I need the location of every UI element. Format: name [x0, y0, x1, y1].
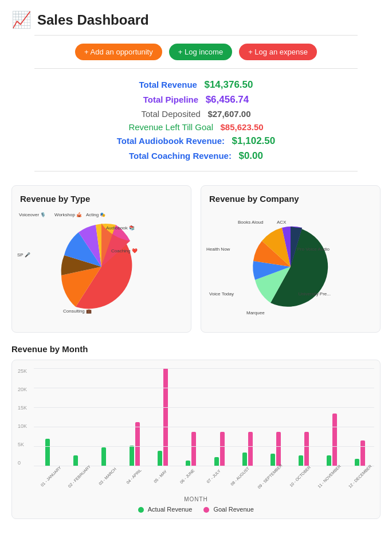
type-pie-svg — [44, 212, 159, 321]
actual-bar-4 — [130, 446, 134, 466]
goal-bar-7 — [220, 432, 225, 466]
bar-group-10 — [290, 368, 318, 466]
total-revenue-value: $14,376.50 — [204, 79, 253, 90]
month-label-7: 07 - JULY — [203, 466, 225, 487]
y-label-0: 0 — [18, 460, 27, 466]
actual-bar-9 — [271, 454, 275, 466]
y-label-15k: 15K — [18, 405, 27, 411]
bar-chart-legend: Actual Revenue Goal Revenue — [18, 506, 374, 513]
company-label-voicetoday: Voice Today — [209, 291, 234, 297]
grid-line-2 — [34, 388, 374, 388]
bar-chart-bars — [36, 368, 374, 466]
actual-bar-1 — [45, 439, 50, 466]
log-income-button[interactable]: + Log income — [169, 44, 232, 60]
revenue-by-company-card: Revenue by Company Books Aloud A — [201, 185, 381, 333]
bar-chart-area: 25K 20K 15K 10K 5K 0 — [18, 368, 374, 466]
audiobook-value: $1,102.50 — [232, 135, 276, 146]
bar-group-6 — [177, 368, 205, 466]
grid-line-3 — [34, 407, 374, 408]
total-deposited-label: Total Deposited — [142, 109, 201, 119]
goal-bar-5 — [163, 368, 168, 466]
actions-bar: + Add an opportunity + Log income + Log … — [34, 35, 358, 69]
company-label-healthnow: Health Now — [206, 247, 230, 252]
total-deposited-row: Total Deposited $27,607.00 — [34, 109, 358, 119]
bar-group-4 — [121, 368, 149, 466]
month-label-5: 05 - MAY — [150, 466, 171, 487]
legend-goal: Goal Revenue — [203, 506, 253, 513]
page-title: Sales Dashboard — [37, 12, 149, 28]
y-axis: 25K 20K 15K 10K 5K 0 — [18, 368, 27, 466]
revenue-by-type-title: Revenue by Type — [20, 194, 183, 204]
legend-goal-dot — [203, 507, 209, 513]
y-label-10k: 10K — [18, 423, 27, 429]
goal-bar-12 — [360, 440, 365, 466]
actual-bar-8 — [242, 453, 247, 466]
audiobook-label: Total Audiobook Revenue: — [117, 136, 225, 146]
page-header: 📈 Sales Dashboard — [0, 0, 392, 35]
revenue-left-row: Revenue Left Till Goal $85,623.50 — [34, 122, 358, 132]
stats-section: Total Revenue $14,376.50 Total Pipeline … — [34, 69, 358, 171]
month-axis-label: MONTH — [18, 496, 374, 502]
month-label-4: 04 - APRIL — [123, 466, 145, 487]
charts-row: Revenue by Type — [0, 171, 392, 338]
revenue-by-type-chart: Workshop 🎪 Acting 🎭 Audiobook 📚 Coaching… — [20, 209, 183, 324]
actual-bar-6 — [186, 461, 190, 466]
goal-bar-9 — [276, 432, 281, 466]
coaching-label: Total Coaching Revenue: — [129, 151, 232, 161]
actual-bar-2 — [73, 455, 78, 466]
y-label-5k: 5K — [18, 442, 27, 447]
bar-group-9 — [261, 368, 289, 466]
bar-group-11 — [318, 368, 346, 466]
actual-bar-5 — [158, 451, 162, 466]
month-label-9: 09 - SEPTEMBER — [257, 463, 283, 489]
revenue-left-value: $85,623.50 — [221, 122, 264, 132]
type-label-sp: SP 🎤 — [17, 252, 30, 258]
bar-group-1 — [36, 368, 64, 466]
month-label-12: 12 - DECEMBER — [348, 464, 373, 489]
bar-group-7 — [205, 368, 233, 466]
type-label-voiceover: Voiceover 🎙️ — [19, 212, 46, 217]
revenue-by-company-chart: Books Aloud ACX Health Now Pro Voice Aud… — [209, 209, 372, 324]
bar-chart-wrap: 25K 20K 15K 10K 5K 0 01 - JANUARY02 - FE… — [11, 360, 381, 519]
audiobook-row: Total Audiobook Revenue: $1,102.50 — [34, 135, 358, 147]
actual-bar-10 — [299, 455, 303, 466]
grid-line-1 — [34, 368, 374, 369]
total-pipeline-row: Total Pipeline $6,456.74 — [34, 94, 358, 106]
bar-group-2 — [64, 368, 92, 466]
add-opportunity-button[interactable]: + Add an opportunity — [75, 44, 162, 60]
total-pipeline-value: $6,456.74 — [206, 94, 249, 105]
revenue-left-label: Revenue Left Till Goal — [128, 122, 213, 132]
log-expense-button[interactable]: + Log an expense — [239, 44, 317, 60]
actual-bar-12 — [355, 459, 359, 466]
company-pie-svg — [233, 212, 348, 321]
goal-bar-8 — [248, 432, 253, 466]
month-label-10: 10 - OCTOBER — [289, 465, 311, 487]
actual-bar-7 — [214, 457, 219, 466]
bar-group-5 — [149, 368, 177, 466]
goal-bar-10 — [304, 432, 309, 466]
month-label-11: 11 - NOVEMBER — [317, 464, 342, 489]
legend-actual-dot — [138, 507, 144, 513]
actual-bar-3 — [101, 447, 106, 466]
total-revenue-row: Total Revenue $14,376.50 — [34, 79, 358, 91]
total-deposited-value: $27,607.00 — [207, 109, 250, 119]
month-label-3: 03 - MARCH — [96, 466, 118, 487]
revenue-by-month-title: Revenue by Month — [11, 344, 381, 354]
y-label-20k: 20K — [18, 387, 27, 392]
bar-group-8 — [233, 368, 261, 466]
month-label-1: 01 - JANUARY — [40, 466, 62, 487]
bar-group-3 — [92, 368, 120, 466]
legend-goal-label: Goal Revenue — [213, 506, 253, 513]
actual-bar-11 — [327, 455, 331, 466]
legend-actual: Actual Revenue — [138, 506, 192, 513]
month-label-8: 08 - AUGUST — [229, 466, 251, 487]
y-label-25k: 25K — [18, 368, 27, 374]
bar-x-labels: 01 - JANUARY02 - FEBRUARY03 - MARCH04 - … — [18, 468, 374, 479]
total-pipeline-label: Total Pipeline — [143, 95, 198, 104]
dashboard-icon: 📈 — [11, 10, 32, 29]
month-label-2: 02 - FEBRUARY — [67, 465, 91, 489]
revenue-by-company-title: Revenue by Company — [209, 194, 372, 204]
goal-bar-4 — [135, 422, 140, 466]
coaching-row: Total Coaching Revenue: $0.00 — [34, 150, 358, 162]
revenue-by-type-card: Revenue by Type — [11, 185, 191, 333]
